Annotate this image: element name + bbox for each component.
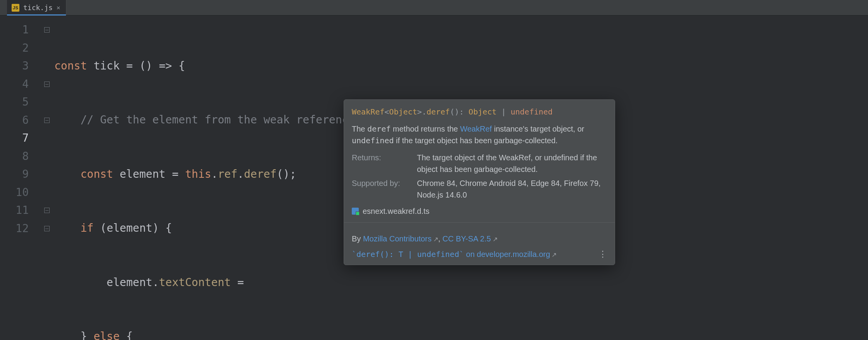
token-identifier: element — [107, 274, 152, 291]
external-link-icon: ↗ — [552, 252, 557, 258]
returns-value: The target object of the WeakRef, or und… — [417, 152, 607, 175]
token-keyword: const — [54, 57, 87, 75]
token-property: ref — [218, 165, 237, 183]
dts-file-icon — [352, 208, 359, 215]
inline-code: deref — [367, 124, 391, 134]
javascript-file-icon: JS — [12, 4, 19, 12]
external-link-icon: ↗ — [493, 236, 498, 243]
line-number: 9 — [0, 165, 42, 184]
fold-toggle-icon[interactable] — [44, 226, 50, 231]
line-number: 10 — [0, 184, 42, 202]
definition-file-row[interactable]: esnext.weakref.d.ts — [344, 201, 615, 217]
js-badge: JS — [12, 4, 19, 12]
code-line[interactable]: const tick = () => { — [52, 57, 868, 75]
supported-by-value: Chrome 84, Chrome Android 84, Edge 84, F… — [417, 177, 607, 201]
doc-description: The deref method returns the WeakRef ins… — [344, 118, 615, 146]
editor-tab-active[interactable]: JS tick.js ✕ — [7, 0, 66, 15]
token-identifier: element — [107, 219, 152, 237]
token-keyword: if — [80, 219, 93, 237]
mdn-host-link[interactable]: developer.mozilla.org — [477, 250, 550, 258]
line-number: 6 — [0, 111, 42, 130]
supported-by-label: Supported by: — [352, 177, 410, 201]
editor-tab-filename: tick.js — [23, 3, 53, 12]
sig-method: deref — [427, 107, 450, 116]
token-identifier: element — [120, 165, 166, 183]
sig-type: WeakRef — [352, 107, 384, 116]
token-keyword: const — [80, 165, 113, 183]
external-link-icon: ↗ — [433, 236, 438, 243]
mdn-link-row[interactable]: `deref(): T | undefined` on developer.mo… — [352, 248, 557, 260]
line-number: 1 — [0, 21, 42, 39]
token-identifier: tick — [93, 57, 119, 75]
line-number: 2 — [0, 39, 42, 57]
token-property: textContent — [159, 274, 231, 291]
close-tab-icon[interactable]: ✕ — [57, 5, 61, 11]
line-number: 4 — [0, 75, 42, 94]
line-number-gutter: 1 2 3 4 5 6 7 8 9 10 11 12 — [0, 16, 42, 340]
code-line[interactable]: element.textContent = — [52, 274, 868, 292]
fold-toggle-icon[interactable] — [44, 208, 50, 213]
definition-file-name: esnext.weakref.d.ts — [363, 205, 429, 217]
token-keyword: this — [185, 165, 211, 183]
doc-footer: `deref(): T | undefined` on developer.mo… — [344, 245, 615, 260]
doc-signature: WeakRef<Object>.deref(): Object | undefi… — [344, 106, 615, 118]
tabbar-leading-pad — [0, 0, 7, 15]
doc-attribution: By Mozilla Contributors↗, CC BY-SA 2.5↗ — [344, 228, 615, 245]
returns-label: Returns: — [352, 152, 410, 175]
license-link[interactable]: CC BY-SA 2.5 — [443, 234, 491, 243]
popup-more-actions-icon[interactable]: ⋮ — [595, 248, 610, 260]
quick-documentation-popup[interactable]: WeakRef<Object>.deref(): Object | undefi… — [344, 99, 615, 265]
inline-code: undefined — [352, 136, 394, 145]
line-number: 3 — [0, 57, 42, 75]
line-number-current: 7 — [0, 129, 42, 147]
code-line[interactable]: } else { — [52, 328, 868, 340]
line-number: 5 — [0, 93, 42, 111]
mdn-signature: `deref(): T | undefined` — [352, 250, 464, 259]
token-method: deref — [244, 165, 277, 183]
doc-link-weakref[interactable]: WeakRef — [460, 125, 492, 133]
fold-toggle-icon[interactable] — [44, 82, 50, 87]
line-number: 11 — [0, 201, 42, 220]
fold-gutter — [42, 16, 52, 340]
fold-toggle-icon[interactable] — [44, 118, 50, 123]
doc-details: Returns: The target object of the WeakRe… — [344, 146, 615, 201]
mozilla-contributors-link[interactable]: Mozilla Contributors — [363, 234, 432, 243]
editor-tab-bar: JS tick.js ✕ — [0, 0, 868, 16]
line-number: 12 — [0, 220, 42, 238]
fold-toggle-icon[interactable] — [44, 27, 50, 33]
line-number: 8 — [0, 147, 42, 166]
token-keyword: else — [93, 328, 119, 340]
popup-separator — [344, 222, 615, 223]
